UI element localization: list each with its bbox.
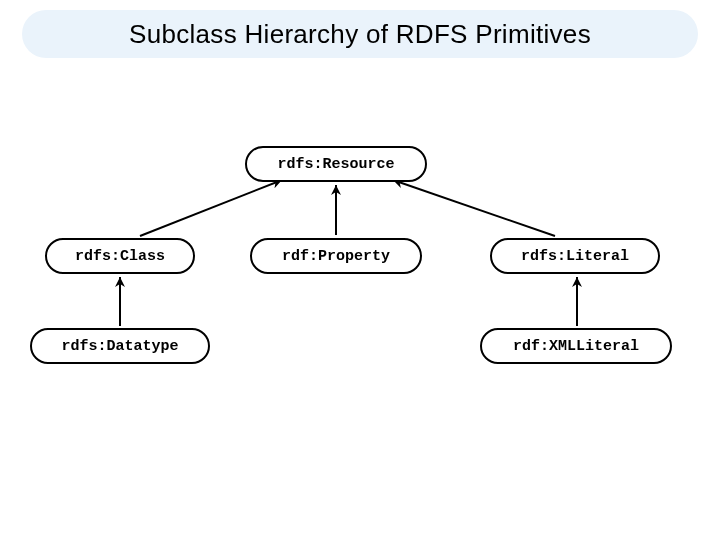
node-class: rdfs:Class — [45, 238, 195, 274]
node-datatype: rdfs:Datatype — [30, 328, 210, 364]
edge-literal-resource — [393, 180, 555, 236]
node-label: rdfs:Datatype — [61, 338, 178, 355]
slide-title: Subclass Hierarchy of RDFS Primitives — [129, 19, 591, 50]
node-label: rdf:XMLLiteral — [513, 338, 639, 355]
node-label: rdfs:Class — [75, 248, 165, 265]
node-resource: rdfs:Resource — [245, 146, 427, 182]
edges-layer — [0, 0, 720, 540]
node-literal: rdfs:Literal — [490, 238, 660, 274]
node-label: rdfs:Resource — [277, 156, 394, 173]
slide-title-bar: Subclass Hierarchy of RDFS Primitives — [22, 10, 698, 58]
node-xmlliteral: rdf:XMLLiteral — [480, 328, 672, 364]
edge-class-resource — [140, 180, 282, 236]
node-label: rdf:Property — [282, 248, 390, 265]
hierarchy-diagram: rdfs:Resource rdfs:Class rdf:Property rd… — [0, 0, 720, 540]
node-label: rdfs:Literal — [521, 248, 629, 265]
node-property: rdf:Property — [250, 238, 422, 274]
